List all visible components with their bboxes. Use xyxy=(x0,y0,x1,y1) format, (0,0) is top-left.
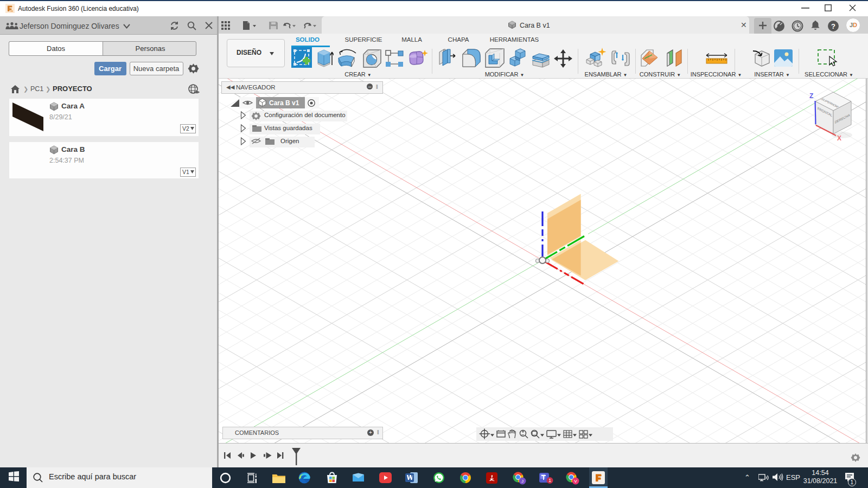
svg-text:J: J xyxy=(521,479,524,484)
svg-text:?: ? xyxy=(831,22,835,30)
svg-text:V: V xyxy=(574,479,577,484)
svg-text:1: 1 xyxy=(548,478,551,483)
svg-text:Z: Z xyxy=(809,92,813,100)
svg-text:X: X xyxy=(837,134,841,142)
